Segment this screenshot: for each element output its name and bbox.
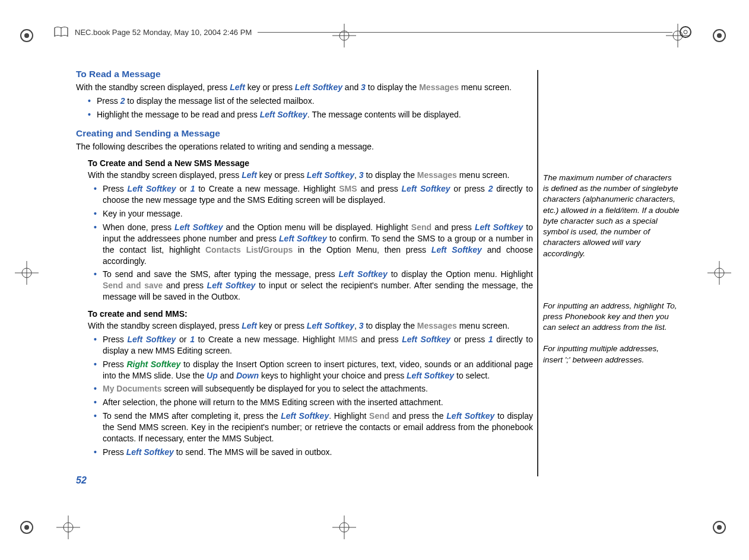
svg-point-1 [24,33,29,38]
registration-mark-icon [332,516,356,539]
section-title-create: Creating and Sending a Message [76,128,533,140]
list-item: Press Left Softkey or 1 to Create a new … [94,183,533,206]
bullet-list: Press Left Softkey or 1 to Create a new … [94,334,533,458]
intro-text: The following describes the operations r… [76,141,533,152]
list-item: To send and save the SMS, after typing t… [94,269,533,303]
crop-mark-icon [15,24,39,47]
sidebar-notes: The maximum number of characters is defi… [543,172,680,376]
bullet-list: Press 2 to display the message list of t… [88,96,533,120]
list-item: Press 2 to display the message list of t… [88,96,533,107]
side-note: For inputting an address, highlight To, … [543,301,680,333]
gear-icon [678,25,693,39]
svg-point-5 [24,525,29,530]
list-item: Key in your message. [94,208,533,219]
crop-mark-icon [707,516,731,539]
list-item: Press Left Softkey to send. The MMS will… [94,447,533,458]
side-note: For inputting multiple addresses, insert… [543,343,680,365]
page-header: NEC.book Page 52 Monday, May 10, 2004 2:… [53,25,693,39]
registration-mark-icon [707,261,731,285]
header-text: NEC.book Page 52 Monday, May 10, 2004 2:… [75,28,252,37]
list-item: Press Left Softkey or 1 to Create a new … [94,334,533,357]
intro-text: With the standby screen displayed, press… [88,170,533,181]
intro-text: With the standby screen displayed, press… [76,82,533,93]
svg-point-3 [717,33,722,38]
svg-point-27 [680,27,691,37]
list-item: Press Right Softkey to display the Inser… [94,359,533,381]
main-content: To Read a Message With the standby scree… [76,68,533,458]
intro-text: With the standby screen displayed, press… [88,320,533,332]
list-item: To send the MMS after completing it, pre… [94,411,533,444]
svg-point-28 [684,30,687,34]
svg-point-7 [717,525,722,530]
list-item: After selection, the phone will return t… [94,397,533,408]
registration-mark-icon [56,516,80,539]
list-item: Highlight the message to be read and pre… [88,109,533,120]
list-item: My Documents screen will subsequently be… [94,383,533,394]
side-note: The maximum number of characters is defi… [543,173,680,259]
header-rule [258,32,672,33]
crop-mark-icon [15,516,39,539]
registration-mark-icon [15,261,39,285]
list-item: When done, press Left Softkey and the Op… [94,222,533,267]
subheading-mms: To create and send MMS: [88,308,533,320]
book-icon [53,26,69,39]
section-title-read: To Read a Message [76,68,533,81]
subheading-sms: To Create and Send a New SMS Message [88,158,533,169]
vertical-divider [537,70,538,476]
page-number: 52 [76,475,87,486]
crop-mark-icon [707,24,731,47]
bullet-list: Press Left Softkey or 1 to Create a new … [94,183,533,303]
